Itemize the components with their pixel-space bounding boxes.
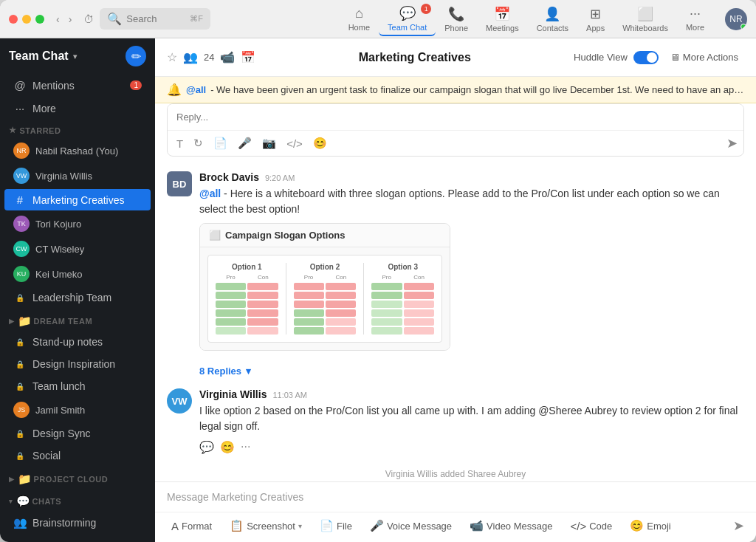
- sidebar-section-chats[interactable]: ▾ 💬 Chats: [0, 489, 155, 511]
- nav-contacts[interactable]: 👤 Contacts: [528, 3, 577, 35]
- file-button[interactable]: 📄 File: [315, 517, 357, 535]
- ellipsis-icon: ···: [13, 102, 27, 114]
- option2-title: Option 2: [294, 263, 357, 271]
- chat-header-icons: ☆ 👥 24 📹 📅: [167, 50, 255, 64]
- search-input[interactable]: [126, 13, 185, 24]
- calendar-icon[interactable]: 📅: [241, 50, 255, 64]
- forward-button[interactable]: ›: [66, 12, 75, 27]
- emoji-label: Emoji: [647, 521, 671, 532]
- rotate-icon[interactable]: ↻: [190, 135, 206, 151]
- huddle-section: Huddle View 🖥 More Actions: [574, 49, 744, 66]
- send-button[interactable]: ➤: [733, 518, 744, 534]
- sidebar-item-mentions[interactable]: @ Mentions 1: [4, 75, 151, 96]
- chat-icon: 💬: [399, 5, 416, 21]
- sidebar-item-tori[interactable]: TK Tori Kojuro: [4, 212, 151, 236]
- search-bar[interactable]: 🔍 ⌘F: [100, 8, 210, 30]
- sidebar-design-label: Design Inspiration: [32, 358, 115, 370]
- nav-more[interactable]: ··· More: [677, 3, 713, 35]
- sidebar-item-social[interactable]: 🔒 Social: [4, 445, 151, 466]
- text-format-icon[interactable]: T: [173, 136, 186, 151]
- screenshot-button[interactable]: 📋 Screenshot ▾: [225, 517, 306, 535]
- star-header-icon[interactable]: ☆: [167, 50, 177, 64]
- code-button[interactable]: </> Code: [566, 518, 616, 535]
- sidebar-header: Team Chat ▾ ✏: [0, 38, 155, 74]
- maximize-button[interactable]: [35, 15, 44, 24]
- avatar-ct: CW: [13, 241, 30, 257]
- camera-icon[interactable]: 📷: [259, 135, 279, 151]
- nav-team-chat-label: Team Chat: [388, 23, 427, 32]
- chat-badge: 1: [421, 4, 431, 14]
- sidebar-item-brainstorming[interactable]: 👥 Brainstorming: [4, 512, 151, 534]
- nav-meetings[interactable]: 📅 Meetings: [477, 3, 528, 35]
- sidebar-item-kei[interactable]: KU Kei Umeko: [4, 262, 151, 286]
- lock-icon-standup: 🔒: [13, 338, 27, 346]
- sidebar-section-dreamteam[interactable]: ▶ 📁 Dream Team: [0, 309, 155, 331]
- code-reply-icon[interactable]: </>: [284, 136, 306, 151]
- sidebar-leadership-label: Leadership Team: [32, 292, 111, 303]
- sidebar-section-channels[interactable]: ▶ # Channels: [0, 535, 155, 542]
- format-button[interactable]: A Format: [167, 518, 216, 535]
- sidebar-kei-label: Kei Umeko: [35, 269, 83, 280]
- replies-bar[interactable]: 8 Replies ▾: [199, 363, 744, 380]
- huddle-toggle[interactable]: [633, 51, 659, 64]
- history-button[interactable]: ⏱: [83, 13, 94, 25]
- sidebar-item-virginia[interactable]: VW Virginia Willis: [4, 164, 151, 188]
- sidebar-item-leadership[interactable]: 🔒 Leadership Team: [4, 287, 151, 308]
- sidebar-sync-label: Design Sync: [32, 428, 91, 439]
- whiteboard-card[interactable]: ⬜ Campaign Slogan Options Option 1: [199, 223, 450, 351]
- nav-whiteboards[interactable]: ⬜ Whiteboards: [614, 3, 677, 35]
- react-icon[interactable]: 💬: [199, 440, 214, 454]
- user-avatar[interactable]: NR: [725, 8, 747, 30]
- video-icon[interactable]: 📹: [220, 50, 235, 64]
- channel-icon: #: [13, 193, 27, 206]
- dream-team-label: Dream Team: [34, 317, 93, 326]
- sidebar-item-design-inspiration[interactable]: 🔒 Design Inspiration: [4, 354, 151, 374]
- video-message-button[interactable]: 📹 Video Message: [465, 517, 557, 535]
- emoji-reply-icon[interactable]: 😊: [310, 135, 330, 151]
- emoji-button[interactable]: 😊 Emoji: [625, 517, 676, 535]
- sidebar-item-jamil[interactable]: JS Jamil Smith: [4, 398, 151, 422]
- sidebar-item-nabil[interactable]: NR Nabil Rashad (You): [4, 139, 151, 162]
- sidebar-item-ct[interactable]: CW CT Wiseley: [4, 237, 151, 261]
- mic-icon[interactable]: 🎤: [235, 135, 255, 151]
- sidebar-item-design-sync[interactable]: 🔒 Design Sync: [4, 423, 151, 444]
- contacts-icon: 👤: [544, 6, 560, 22]
- reply-input[interactable]: [168, 104, 743, 130]
- sidebar-item-marketing[interactable]: # Marketing Creatives: [4, 189, 151, 210]
- format-label: Format: [182, 521, 212, 532]
- huddle-label: Huddle View: [574, 52, 628, 63]
- sidebar-section-project-cloud[interactable]: ▶ 📁 Project Cloud: [0, 467, 155, 489]
- voice-message-button[interactable]: 🎤 Voice Message: [365, 517, 456, 535]
- message-brock-content: - Here is a whiteboard with three slogan…: [199, 188, 720, 215]
- more-actions-button[interactable]: 🖥 More Actions: [664, 49, 744, 66]
- emoji-react-icon[interactable]: 😊: [220, 440, 235, 454]
- close-button[interactable]: [9, 15, 18, 24]
- message-actions: 💬 😊 ···: [199, 440, 744, 454]
- message-input-placeholder: Message Marketing Creatives: [155, 482, 756, 512]
- sidebar-item-standup[interactable]: 🔒 Stand-up notes: [4, 332, 151, 352]
- sidebar-brainstorming-label: Brainstorming: [32, 517, 96, 529]
- compose-button[interactable]: ✏: [126, 46, 146, 66]
- chat-title: Marketing Creatives: [264, 51, 565, 64]
- sidebar-section-starred[interactable]: ★ Starred: [0, 120, 155, 138]
- members-icon[interactable]: 👥: [183, 50, 198, 64]
- nav-team-chat[interactable]: 💬 Team Chat 1: [379, 2, 436, 36]
- file-attach-icon[interactable]: 📄: [210, 135, 230, 151]
- notification-banner[interactable]: 🔔 @all - We have been given an urgent ta…: [155, 77, 756, 103]
- minimize-button[interactable]: [22, 15, 31, 24]
- nav-phone[interactable]: 📞 Phone: [436, 3, 477, 35]
- star-icon: ★: [9, 126, 17, 135]
- nav-apps[interactable]: ⊞ Apps: [577, 3, 614, 35]
- nav-whiteboards-label: Whiteboards: [622, 24, 668, 32]
- sidebar-ct-label: CT Wiseley: [35, 244, 84, 255]
- nav-phone-label: Phone: [444, 24, 468, 32]
- more-msg-icon[interactable]: ···: [241, 440, 250, 454]
- nav-home[interactable]: ⌂ Home: [340, 3, 379, 35]
- back-button[interactable]: ‹: [53, 12, 63, 27]
- sidebar-item-more[interactable]: ··· More: [4, 97, 151, 119]
- send-reply-button[interactable]: ➤: [726, 135, 738, 151]
- video-label: Video Message: [487, 521, 552, 532]
- avatar-kei: KU: [13, 266, 30, 282]
- lock-icon: 🔒: [13, 294, 27, 302]
- sidebar-item-team-lunch[interactable]: 🔒 Team lunch: [4, 376, 151, 397]
